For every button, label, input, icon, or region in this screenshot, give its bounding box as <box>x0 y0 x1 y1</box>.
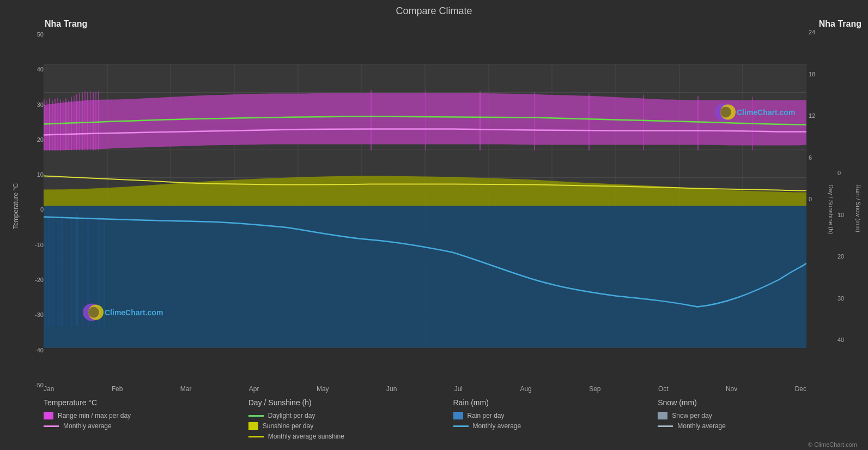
svg-rect-61 <box>95 92 96 151</box>
svg-rect-36 <box>76 214 78 326</box>
legend-snow: Snow (mm) Snow per day Monthly average <box>658 398 857 440</box>
left-axis-title: Temperature °C <box>12 183 20 229</box>
legend-temp-range-label: Range min / max per day <box>58 412 131 419</box>
copyright: © ClimeChart.com <box>0 441 868 450</box>
location-label-right: Nha Trang <box>819 19 861 29</box>
svg-rect-60 <box>93 93 94 151</box>
chart-inner: Nha Trang Nha Trang <box>44 19 863 393</box>
svg-rect-48 <box>60 100 61 151</box>
right-axes: 24 18 12 6 0 Day / Sunshine (h) <box>806 29 863 383</box>
x-label-mar: Mar <box>180 385 192 393</box>
svg-rect-32 <box>58 220 59 326</box>
legend-rain-title: Rain (mm) <box>453 398 653 407</box>
legend-snow-swatch <box>658 412 667 419</box>
svg-rect-33 <box>61 216 63 326</box>
svg-rect-50 <box>65 99 66 151</box>
chart-area: Temperature °C 50 40 30 20 10 0 -10 -20 … <box>0 19 868 393</box>
page-title: Compare Climate <box>0 0 868 19</box>
svg-rect-45 <box>52 100 53 151</box>
svg-point-77 <box>720 107 731 118</box>
svg-rect-31 <box>54 223 56 326</box>
svg-rect-68 <box>643 95 644 151</box>
svg-rect-58 <box>87 92 88 151</box>
left-axis-label: Temperature °C <box>5 19 26 393</box>
x-label-jan: Jan <box>44 385 54 393</box>
x-label-aug: Aug <box>520 385 531 393</box>
svg-rect-43 <box>46 101 47 151</box>
svg-text:ClimeChart.com: ClimeChart.com <box>105 308 163 317</box>
legend-sunshine-swatch <box>248 422 258 430</box>
legend-rain-avg-line <box>453 425 469 427</box>
legend-rain-avg-label: Monthly average <box>473 422 521 430</box>
right-axis-2-label: Rain / Snow (mm) <box>855 184 861 228</box>
legend-snow-label: Snow per day <box>672 412 712 419</box>
x-label-jul: Jul <box>454 385 463 393</box>
chart-with-axes: ClimeChart.com ClimeChart.com 24 18 12 <box>44 29 863 383</box>
svg-rect-28 <box>45 228 46 326</box>
svg-rect-64 <box>425 91 426 151</box>
legend-area: Temperature °C Range min / max per day M… <box>0 393 868 441</box>
chart-svg: ClimeChart.com ClimeChart.com <box>44 29 806 383</box>
legend-rain-avg: Monthly average <box>453 422 653 430</box>
legend-temp-range: Range min / max per day <box>44 412 243 419</box>
x-label-apr: Apr <box>249 385 259 393</box>
page-container: Compare Climate Temperature °C 50 40 30 … <box>0 0 868 450</box>
legend-daylight-line <box>248 415 264 417</box>
svg-rect-56 <box>82 93 83 151</box>
legend-sunshine-avg-label: Monthly average sunshine <box>268 433 344 440</box>
legend-temp-title: Temperature °C <box>44 398 243 407</box>
x-label-jun: Jun <box>386 385 397 393</box>
svg-rect-49 <box>63 101 64 151</box>
svg-rect-59 <box>90 92 91 151</box>
svg-point-73 <box>88 307 99 318</box>
svg-rect-29 <box>48 217 50 326</box>
legend-rain-label: Rain per day <box>468 412 505 419</box>
x-label-sep: Sep <box>589 385 600 393</box>
svg-text:ClimeChart.com: ClimeChart.com <box>737 108 795 117</box>
legend-snow-avg: Monthly average <box>658 422 857 430</box>
svg-rect-62 <box>98 92 99 151</box>
x-label-dec: Dec <box>795 385 806 393</box>
legend-sunshine-avg-line <box>248 436 264 437</box>
svg-rect-34 <box>65 225 67 326</box>
svg-rect-30 <box>52 212 53 326</box>
right-axis-2: 0 10 20 30 40 <box>835 29 853 383</box>
svg-rect-27 <box>44 206 806 348</box>
legend-sunshine-title: Day / Sunshine (h) <box>248 398 448 407</box>
x-label-nov: Nov <box>726 385 737 393</box>
svg-rect-46 <box>54 99 56 151</box>
svg-rect-57 <box>84 92 86 151</box>
svg-rect-51 <box>68 100 69 151</box>
legend-sunshine-day: Sunshine per day <box>248 422 448 430</box>
legend-rain-day: Rain per day <box>453 412 653 419</box>
legend-temp-range-swatch <box>44 412 53 419</box>
legend-daylight: Daylight per day <box>248 412 448 419</box>
legend-temp-avg-line <box>44 425 59 427</box>
x-label-oct: Oct <box>658 385 669 393</box>
chart-svg-container: ClimeChart.com ClimeChart.com <box>44 29 806 383</box>
svg-rect-42 <box>44 100 45 151</box>
x-axis-labels: Jan Feb Mar Apr May Jun Jul Aug Sep Oct … <box>44 383 806 393</box>
location-label-left: Nha Trang <box>45 19 87 29</box>
x-label-feb: Feb <box>112 385 123 393</box>
legend-snow-title: Snow (mm) <box>658 398 857 407</box>
legend-daylight-label: Daylight per day <box>268 412 315 419</box>
legend-rain: Rain (mm) Rain per day Monthly average <box>453 398 653 440</box>
svg-rect-66 <box>534 93 535 151</box>
legend-snow-avg-line <box>658 425 673 427</box>
legend-temp-avg-label: Monthly average <box>63 422 112 430</box>
x-label-may: May <box>317 385 329 393</box>
legend-temp-avg: Monthly average <box>44 422 243 430</box>
svg-rect-67 <box>588 94 590 151</box>
right-axis-1: 24 18 12 6 0 <box>806 29 825 383</box>
location-labels: Nha Trang Nha Trang <box>44 19 863 29</box>
legend-sunshine-label: Sunshine per day <box>263 422 313 430</box>
legend-rain-swatch <box>453 412 463 419</box>
legend-snow-day: Snow per day <box>658 412 857 419</box>
right-axis-1-label: Day / Sunshine (h) <box>828 184 834 228</box>
svg-rect-35 <box>71 218 72 326</box>
svg-rect-65 <box>479 92 481 151</box>
left-axis-ticks: 50 40 30 20 10 0 -10 -20 -30 -40 -50 <box>26 19 44 393</box>
legend-snow-avg-label: Monthly average <box>677 422 726 430</box>
svg-rect-63 <box>371 91 372 151</box>
